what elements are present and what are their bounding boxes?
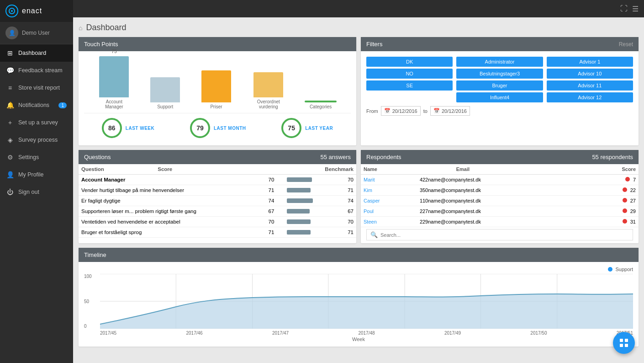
- sidebar-header: enact: [0, 0, 73, 22]
- bar-label-categories: Categories: [305, 104, 337, 109]
- sidebar-item-settings[interactable]: ⚙ Settings: [0, 149, 73, 166]
- filter-btn-influent4[interactable]: Influent4: [456, 92, 543, 102]
- filter-btn-dk[interactable]: DK: [366, 57, 453, 67]
- filter-btn-bruger[interactable]: Bruger: [456, 80, 543, 91]
- col-email: Email: [454, 164, 545, 175]
- score-dot: [623, 187, 627, 192]
- filter-btn-administrator[interactable]: Administrator: [456, 57, 543, 67]
- sidebar-nav: ⊞ Dashboard 💬 Feedback stream ≡ Store vi…: [0, 44, 73, 363]
- y-label-100: 100: [84, 274, 98, 279]
- bar-cell: [284, 206, 339, 217]
- questions-header: Questions 55 answers: [79, 150, 356, 164]
- date-from-value: 20/12/2016: [392, 108, 417, 114]
- respondent-name[interactable]: Poul: [364, 208, 374, 214]
- calendar-icon-to: 📅: [433, 108, 440, 114]
- table-row: Supporteren løser m... problem rigtigt f…: [79, 206, 356, 217]
- metric-label-last-year[interactable]: LAST YEAR: [305, 126, 333, 131]
- benchmark-cell: 70: [339, 217, 357, 227]
- expand-icon[interactable]: ⛶: [620, 5, 628, 13]
- metric-last-week: 86 LAST WEEK: [102, 118, 154, 138]
- x-label-1: 2017/46: [186, 331, 202, 336]
- respondent-score: 27: [630, 198, 636, 203]
- date-to-input[interactable]: 📅 20/12/2016: [430, 106, 470, 116]
- sidebar-item-label: My Profile: [18, 171, 44, 178]
- chart-inner: [100, 274, 633, 329]
- process-icon: ◈: [6, 136, 14, 144]
- filter-btn-advisor10[interactable]: Advisor 10: [547, 69, 633, 79]
- username: Demo User: [22, 30, 50, 36]
- sidebar-item-my-profile[interactable]: 👤 My Profile: [0, 166, 73, 183]
- sidebar-item-survey-process[interactable]: ◈ Survey process: [0, 131, 73, 149]
- y-label-0: 0: [84, 324, 98, 329]
- filters-header: Filters Reset: [361, 37, 639, 51]
- benchmark-cell: 71: [339, 185, 357, 196]
- respondent-score-cell: 22: [590, 185, 639, 196]
- bar-account-manager: 75 Account Manager: [98, 56, 130, 109]
- profile-icon: 👤: [6, 171, 14, 178]
- filter-btn-advisor1[interactable]: Advisor 1: [547, 57, 633, 67]
- respondents-count: 55 respondents: [592, 154, 633, 160]
- question-cell: Er fagligt dygtige: [79, 196, 266, 206]
- col-score: Score: [544, 164, 639, 175]
- sidebar-item-label: Feedback stream: [18, 67, 63, 74]
- respondent-name[interactable]: Marit: [364, 177, 375, 182]
- respondents-scroll: Marit 422name@companytest.dk 7 Kim 350na…: [361, 175, 639, 227]
- benchmark-cell: 67: [339, 206, 357, 217]
- respondent-name-cell: Casper: [361, 196, 417, 206]
- metric-value-last-year: 75: [288, 124, 295, 132]
- score-cell: 70: [266, 217, 284, 227]
- respondent-name[interactable]: Casper: [364, 198, 380, 203]
- table-row: Account Manager 70 70: [79, 175, 356, 185]
- respondent-name[interactable]: Steen: [364, 219, 377, 224]
- x-axis-title: Week: [84, 336, 633, 342]
- score-bar: [287, 209, 310, 214]
- menu-icon[interactable]: ☰: [632, 5, 639, 13]
- sidebar-item-setup-survey[interactable]: + Set up a survey: [0, 114, 73, 131]
- reset-button[interactable]: Reset: [619, 41, 633, 48]
- notifications-icon: 🔔: [6, 101, 14, 109]
- respondent-email-cell: 422name@companytest.dk: [417, 175, 590, 185]
- filter-btn-advisor12[interactable]: Advisor 12: [547, 92, 633, 102]
- sidebar-item-sign-out[interactable]: ⏻ Sign out: [0, 183, 73, 201]
- search-icon: 🔍: [370, 231, 378, 238]
- date-to-label: to: [423, 108, 428, 114]
- sidebar-item-feedback-stream[interactable]: 💬 Feedback stream: [0, 62, 73, 79]
- respondent-name[interactable]: Kim: [364, 187, 372, 193]
- filter-btn-no[interactable]: NO: [366, 69, 453, 79]
- sidebar-item-notifications[interactable]: 🔔 Notifications 1: [0, 96, 73, 114]
- search-input[interactable]: [380, 232, 629, 238]
- sidebar-item-dashboard[interactable]: ⊞ Dashboard: [0, 44, 73, 62]
- score-cell: 71: [266, 227, 284, 238]
- metric-label-last-month[interactable]: LAST MONTH: [214, 126, 246, 131]
- app-logo: [5, 5, 18, 17]
- x-label-3: 2017/48: [358, 331, 375, 336]
- respondent-score: 7: [633, 177, 636, 182]
- bar-cell: [284, 175, 339, 185]
- avatar: 👤: [5, 27, 18, 39]
- sidebar-item-store-visit[interactable]: ≡ Store visit report: [0, 79, 73, 96]
- touch-points-header: Touch Points: [79, 37, 356, 51]
- bar-overordnet: Overordnet vurdering: [251, 72, 285, 109]
- metric-label-last-week[interactable]: LAST WEEK: [126, 126, 154, 131]
- date-from-input[interactable]: 📅 20/12/2016: [381, 106, 421, 116]
- respondents-data-table: Marit 422name@companytest.dk 7 Kim 350na…: [361, 175, 639, 227]
- filter-btn-advisor11[interactable]: Advisor 11: [547, 80, 633, 91]
- x-label-4: 2017/49: [444, 331, 461, 336]
- score-bar: [287, 177, 312, 182]
- metric-last-year: 75 LAST YEAR: [281, 118, 333, 138]
- metric-last-month: 79 LAST MONTH: [190, 118, 246, 138]
- x-label-0: 2017/45: [100, 331, 116, 336]
- table-row: Kim 350name@companytest.dk 22: [361, 185, 639, 196]
- respondent-email-cell: 350name@companytest.dk: [417, 185, 590, 196]
- respondent-score-cell: 31: [590, 217, 639, 227]
- filters-title: Filters: [366, 41, 382, 48]
- home-icon: ⌂: [79, 24, 82, 32]
- fab-button[interactable]: [613, 332, 635, 354]
- metric-value-last-month: 79: [196, 124, 204, 132]
- score-bar: [287, 230, 311, 235]
- legend-dot: [608, 267, 612, 272]
- filter-btn-se[interactable]: SE: [366, 80, 453, 91]
- question-cell: Ventetiden ved henvendelse er acceptabel: [79, 217, 266, 227]
- filter-col-3: Advisor 1 Advisor 10 Advisor 11 Advisor …: [547, 57, 633, 102]
- filter-btn-beslutningstager3[interactable]: Beslutningstager3: [456, 69, 543, 79]
